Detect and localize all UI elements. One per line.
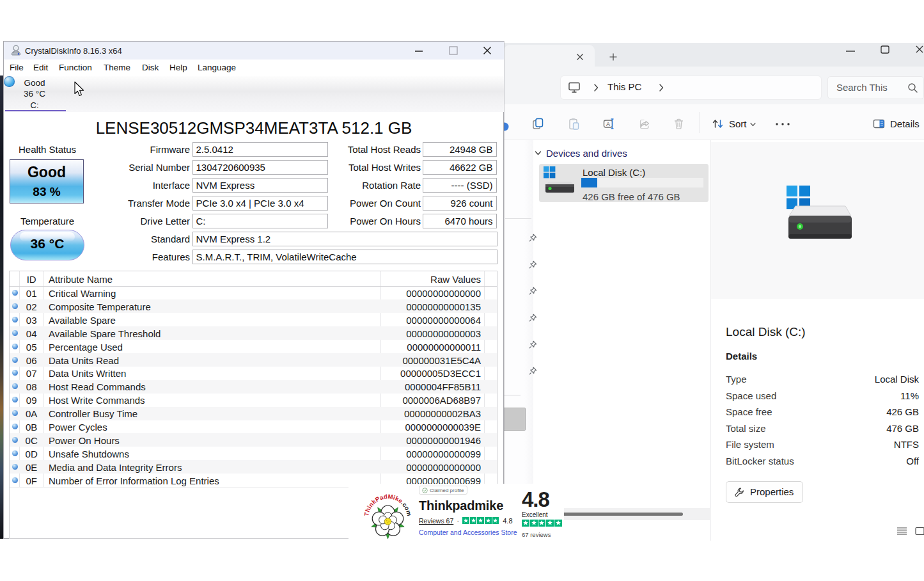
attribute-id: 0D	[19, 449, 43, 459]
rename-icon[interactable]: A	[603, 118, 615, 130]
smart-attribute-row[interactable]: 0BPower Cycles0000000000039E	[10, 420, 497, 434]
partial-icon-fragment	[504, 122, 510, 131]
group-collapse-chevron-icon[interactable]	[535, 150, 542, 157]
field-label: Transfer Mode	[128, 198, 190, 209]
local-disk-tile[interactable]: Local Disk (C:) 426 GB free of 476 GB	[539, 164, 709, 202]
column-header-id[interactable]: ID	[19, 274, 43, 285]
attribute-name: Media and Data Integrity Errors	[49, 462, 182, 473]
dot-separator: ·	[457, 516, 459, 525]
column-header-raw[interactable]: Raw Values	[379, 274, 481, 285]
menu-item-disk[interactable]: Disk	[142, 63, 159, 72]
window-maximize-icon[interactable]	[448, 45, 459, 56]
field-label: Serial Number	[129, 162, 190, 173]
cdi-title-bar[interactable]: CrystalDiskInfo 8.16.3 x64	[4, 42, 504, 60]
breadcrumb-chevron-icon	[593, 83, 599, 93]
menu-item-help[interactable]: Help	[169, 63, 187, 72]
field-label: Power On Hours	[350, 216, 421, 227]
details-label: Type	[726, 374, 747, 385]
thumbnail-view-icon[interactable]	[915, 526, 924, 536]
column-header-name[interactable]: Attribute Name	[49, 274, 113, 285]
search-input[interactable]: Search This	[827, 76, 924, 99]
badge-category-link[interactable]: Computer and Accessories Store	[419, 529, 517, 536]
preview-title: Local Disk (C:)	[726, 325, 806, 339]
properties-button[interactable]: Properties	[726, 481, 803, 503]
smart-attribute-row[interactable]: 05Percentage Used00000000000011	[10, 340, 497, 353]
window-maximize-icon[interactable]	[879, 44, 891, 55]
status-dot-icon	[12, 290, 18, 296]
menu-item-theme[interactable]: Theme	[104, 63, 130, 72]
smart-attribute-row[interactable]: 0DUnsafe Shutdowns00000000000099	[10, 447, 497, 460]
attribute-name: Data Units Read	[49, 355, 119, 366]
address-bar[interactable]: This PC	[561, 76, 821, 99]
field-right-row: Power On Count926 count	[279, 196, 501, 211]
smart-attribute-row[interactable]: 08Host Read Commands0000004FF85B11	[10, 380, 497, 394]
nav-item-fragment	[504, 408, 526, 431]
details-button[interactable]: Details	[890, 118, 920, 129]
list-view-icon[interactable]	[897, 527, 907, 536]
field-value-box: 24948 GB	[423, 142, 497, 157]
explorer-command-bar: A Sort Details	[504, 104, 924, 140]
attribute-name: Critical Warning	[49, 288, 116, 299]
sort-chevron-icon	[749, 122, 756, 127]
toolbar-separator	[700, 112, 700, 133]
smart-attribute-row[interactable]: 06Data Units Read000000031E5C4A	[10, 353, 497, 367]
badge-big-score: 4.8	[522, 488, 549, 512]
smart-attribute-row[interactable]: 03Available Spare00000000000064	[10, 313, 497, 326]
smart-attribute-row[interactable]: 09Host Write Commands0000006AD68B97	[10, 394, 497, 407]
selected-drive-underline	[5, 110, 66, 112]
paste-icon[interactable]	[568, 118, 580, 130]
attribute-id: 0F	[19, 475, 43, 486]
breadcrumb[interactable]: This PC	[607, 81, 641, 92]
smart-attribute-row[interactable]: 0EMedia and Data Integrity Errors0000000…	[10, 460, 497, 474]
pin-icon	[529, 233, 537, 241]
attribute-name: Unsafe Shutdowns	[49, 449, 129, 459]
attribute-id: 02	[19, 301, 43, 312]
sort-button[interactable]: Sort	[729, 118, 747, 129]
share-icon[interactable]	[639, 118, 651, 130]
menu-item-language[interactable]: Language	[198, 63, 236, 72]
smart-attribute-row[interactable]: 07Data Units Written00000005D3ECC1	[10, 367, 497, 380]
copy-icon[interactable]	[532, 118, 544, 130]
new-tab-icon[interactable]	[607, 51, 619, 63]
attribute-raw-value: 000000031E5C4A	[353, 355, 481, 366]
smart-attribute-row[interactable]: 01Critical Warning00000000000000	[10, 287, 497, 300]
star-icon	[522, 520, 529, 527]
smart-attribute-row[interactable]: 0CPower On Hours00000000001946	[10, 433, 497, 447]
search-icon[interactable]	[907, 83, 918, 93]
attribute-name: Data Units Written	[49, 368, 126, 379]
window-minimize-icon[interactable]	[413, 45, 425, 56]
crystaldiskinfo-window: CrystalDiskInfo 8.16.3 x64 FileEditFunct…	[3, 41, 504, 539]
status-dot-icon	[12, 437, 18, 443]
attribute-id: 09	[19, 395, 43, 406]
menu-item-edit[interactable]: Edit	[33, 63, 48, 72]
status-dot-icon	[12, 303, 18, 309]
group-header[interactable]: Devices and drives	[546, 148, 627, 159]
drive-icon	[543, 166, 576, 193]
attribute-raw-value: 0000000000039E	[353, 422, 481, 433]
smart-attribute-row[interactable]: 04Available Spare Threshold0000000000000…	[10, 326, 497, 340]
more-options-icon[interactable]	[775, 122, 790, 126]
details-value: 426 GB	[886, 406, 919, 417]
menu-item-function[interactable]: Function	[59, 63, 92, 72]
details-value: 11%	[900, 390, 919, 401]
smart-attribute-row[interactable]: 0AController Busy Time00000000002BA3	[10, 407, 497, 420]
smart-attribute-row[interactable]: 02Composite Temperature00000000000135	[10, 299, 497, 313]
details-label: File system	[726, 439, 774, 450]
preview-area	[711, 142, 924, 299]
reviews-link[interactable]: Reviews 67	[419, 517, 453, 525]
details-pane-icon[interactable]	[873, 118, 885, 130]
sort-icon[interactable]	[712, 118, 724, 130]
wrench-icon	[734, 487, 745, 498]
delete-icon[interactable]	[673, 118, 685, 130]
tab-close-icon[interactable]	[574, 51, 586, 63]
field-right-row: Power On Hours6470 hours	[279, 214, 501, 228]
window-close-icon[interactable]	[482, 45, 493, 56]
horizontal-scrollbar-thumb[interactable]	[550, 513, 683, 516]
pin-icon	[529, 286, 537, 294]
star-icon	[530, 520, 538, 527]
window-close-icon[interactable]	[914, 44, 924, 55]
menu-item-file[interactable]: File	[10, 63, 24, 72]
window-minimize-icon[interactable]	[844, 45, 857, 55]
drive-selector-strip[interactable]: Good 36 °C C:	[4, 76, 504, 112]
status-dot-icon	[12, 370, 18, 376]
